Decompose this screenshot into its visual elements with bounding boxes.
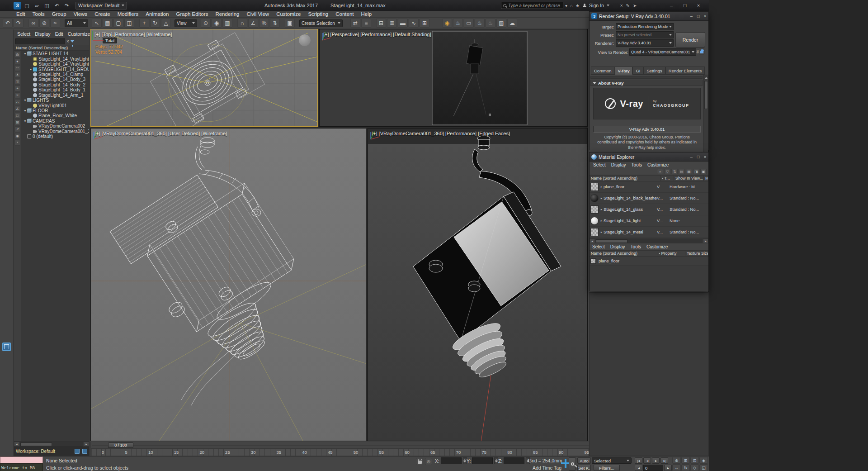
- display-containers-icon[interactable]: □: [14, 113, 20, 119]
- scene-horizontal-scrollbar[interactable]: ◄ ►: [14, 441, 89, 447]
- display-materials-icon[interactable]: ◉: [14, 133, 20, 139]
- viewport-label[interactable]: [+] [Perspective] [Performance] [Default…: [323, 32, 431, 37]
- close-button[interactable]: ×: [702, 154, 708, 159]
- search-box[interactable]: [501, 2, 563, 9]
- reference-coordinate-dropdown[interactable]: View: [175, 19, 197, 27]
- StageLight_14_metal[interactable]: ▸ StageLight_14_metal V... Standard : No…: [590, 227, 708, 238]
- menu-item[interactable]: Animation: [142, 11, 172, 17]
- display-xrefs-icon[interactable]: ↗: [14, 126, 20, 132]
- next-frame-button[interactable]: ►|: [660, 457, 668, 464]
- display-cameras-icon[interactable]: ◫: [14, 79, 20, 85]
- scene-tree-row[interactable]: StageLight_14_Clamp: [21, 72, 89, 77]
- view-to-render-dropdown[interactable]: Quad 4 - VRayDomeCamera001_360: [629, 48, 696, 56]
- scroll-thumb[interactable]: [20, 442, 52, 446]
- display-bones-icon[interactable]: ∠: [14, 106, 20, 112]
- viewport-top[interactable]: [+] [Top] [Performance] [Wireframe] Tota…: [90, 29, 318, 127]
- menu-item[interactable]: Display: [33, 31, 52, 37]
- sort-icon[interactable]: ⇅: [671, 169, 678, 174]
- undo-small-icon[interactable]: ↶: [52, 1, 61, 10]
- menu-item[interactable]: Edit: [53, 31, 66, 37]
- viewport-camera-wireframe[interactable]: [+] [VRayDomeCamera001_360] [User Define…: [90, 128, 366, 441]
- zoom-icon[interactable]: ⊕: [672, 457, 681, 464]
- open-file-icon[interactable]: ▱: [33, 1, 41, 10]
- redo-small-icon[interactable]: ↷: [62, 1, 71, 10]
- scene-tree-row[interactable]: VRayLight001: [21, 103, 89, 108]
- menu-item[interactable]: Display: [609, 162, 629, 167]
- selection-filter-dropdown[interactable]: All: [65, 19, 88, 27]
- filter-funnel-icon[interactable]: [71, 40, 74, 43]
- split-view-icon[interactable]: ◨: [693, 169, 699, 174]
- explorer-layout-icon[interactable]: [82, 449, 87, 454]
- scene-tree-row[interactable]: StageLight_14_Body_2: [21, 82, 89, 87]
- menu-item[interactable]: Customize: [273, 11, 304, 17]
- scene-tree-row[interactable]: 0 (default): [21, 134, 89, 139]
- scroll-thumb[interactable]: [704, 81, 708, 109]
- schematic-view-icon[interactable]: ⊞: [420, 19, 429, 28]
- menu-item[interactable]: Select: [15, 31, 33, 37]
- mirror-icon[interactable]: ⇄: [350, 19, 360, 28]
- selection-lock-icon[interactable]: [416, 458, 423, 465]
- close-button[interactable]: ×: [702, 14, 708, 19]
- menu-item[interactable]: Display: [608, 244, 628, 249]
- material-editor-icon[interactable]: ◉: [442, 19, 452, 28]
- column-header[interactable]: Material: [704, 176, 708, 181]
- lock-view-icon[interactable]: [699, 49, 705, 55]
- edit-named-selection-sets-icon[interactable]: ▣: [285, 19, 295, 28]
- viewport-label[interactable]: [+] [VRayDomeCamera001_360] [User Define…: [94, 131, 227, 136]
- align-icon[interactable]: ≡: [361, 19, 371, 28]
- zoom-extents-icon[interactable]: ⊡: [690, 457, 699, 464]
- maxscript-mini-listener[interactable]: Welcome to MA: [0, 463, 43, 471]
- spinner-snap-icon[interactable]: ⇅: [270, 19, 280, 28]
- next-key-button[interactable]: ►: [664, 465, 672, 471]
- menu-item[interactable]: Help: [357, 11, 375, 17]
- zoom-region-icon[interactable]: ◈: [699, 457, 708, 464]
- StageLight_14_black_leather[interactable]: ▸ StageLight_14_black_leather V... Stand…: [590, 193, 708, 204]
- column-chooser-icon[interactable]: ▤: [679, 169, 685, 174]
- sign-in-button[interactable]: Sign In: [589, 3, 604, 8]
- communication-center-icon[interactable]: ⌂: [570, 3, 573, 8]
- render-setup-tab[interactable]: Common: [591, 67, 615, 75]
- clear-search-icon[interactable]: ×: [657, 169, 663, 174]
- viewport-layout-tabs-button[interactable]: [2, 343, 11, 351]
- scene-search-input[interactable]: [15, 38, 65, 44]
- share-icon[interactable]: ➤: [633, 3, 637, 8]
- go-to-start-button[interactable]: |◄: [635, 457, 642, 464]
- scene-tree-row[interactable]: ▼ CAMERAS: [21, 119, 89, 124]
- plane_floor[interactable]: ▸ plane_floor V... Hardware : M...: [590, 181, 708, 193]
- expand-caret-icon[interactable]: ▸: [599, 185, 604, 189]
- activeshade-icon[interactable]: ▧: [496, 19, 506, 28]
- scene-sort-header[interactable]: Name (Sorted Descending): [14, 45, 89, 51]
- y-coordinate-field[interactable]: [472, 457, 493, 464]
- menu-item[interactable]: Tools: [628, 244, 644, 249]
- key-filters-button[interactable]: Filters...: [594, 465, 620, 471]
- fov-icon[interactable]: ◇: [690, 464, 699, 471]
- scene-tree-row[interactable]: ▸ STAGELIGHT_14_GROUP: [21, 67, 89, 71]
- workspace-footer-label[interactable]: Workspace: Default: [16, 449, 72, 454]
- thumbnail-view-icon[interactable]: ▦: [686, 169, 692, 174]
- viewport-label[interactable]: [+] [Top] [Performance] [Wireframe]: [94, 32, 172, 37]
- menu-item[interactable]: Customize: [66, 31, 93, 37]
- zoom-all-icon[interactable]: ⊞: [681, 457, 690, 464]
- render-button[interactable]: Render: [675, 32, 705, 48]
- time-slider[interactable]: 0 / 100 ►: [90, 442, 629, 448]
- viewport-perspective[interactable]: [+] [Perspective] [Performance] [Default…: [319, 29, 588, 127]
- render-setup-tab[interactable]: Settings: [643, 67, 665, 75]
- menu-item[interactable]: Group: [48, 11, 70, 17]
- display-groups-icon[interactable]: ⊞: [14, 119, 20, 125]
- scroll-right-icon[interactable]: ►: [703, 238, 708, 243]
- menu-item[interactable]: Content: [332, 11, 357, 17]
- scene-tree-row[interactable]: StageLight_14_Body_3: [21, 77, 89, 82]
- percent-snap-icon[interactable]: %: [259, 19, 269, 28]
- target-dropdown[interactable]: Production Rendering Mode: [616, 23, 674, 30]
- rendered-frame-window-icon[interactable]: ▭: [464, 19, 474, 28]
- display-space-warps-icon[interactable]: ≈: [14, 92, 20, 98]
- y-spinner[interactable]: [494, 457, 498, 464]
- maximize-button[interactable]: □: [695, 14, 702, 19]
- vertical-scrollbar[interactable]: [703, 75, 708, 159]
- expand-caret-icon[interactable]: ▼: [23, 52, 27, 55]
- menu-item[interactable]: Modifiers: [114, 11, 142, 17]
- use-pivot-center-icon[interactable]: ⊙: [201, 19, 211, 28]
- selected-set-dropdown[interactable]: Selected: [592, 457, 632, 464]
- display-shapes-icon[interactable]: ◠: [14, 65, 20, 71]
- keyboard-override-icon[interactable]: ▥: [222, 19, 232, 28]
